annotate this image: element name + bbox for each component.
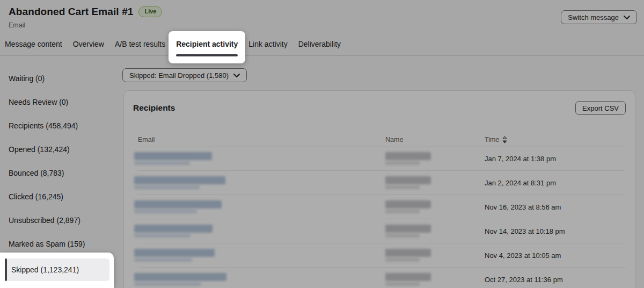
name-cell-redacted	[385, 200, 485, 213]
tab-recipient-activity[interactable]: Recipient activity	[169, 31, 245, 63]
tab-bar: Message contentOverviewA/B test resultsR…	[5, 40, 341, 49]
column-label: Time	[485, 136, 499, 143]
tab-deliverability[interactable]: Deliverability	[298, 40, 341, 49]
sidebar-item-recipients[interactable]: Recipients (458,494)	[0, 114, 114, 138]
email-cell-redacted	[134, 273, 385, 286]
tab-label: Link activity	[248, 40, 287, 48]
tab-link-activity[interactable]: Link activity	[248, 40, 287, 49]
email-cell-redacted	[134, 200, 385, 213]
redacted-name-blob	[385, 176, 431, 184]
table-row[interactable]: Nov 14, 2023 at 10:18 pm	[138, 219, 625, 243]
sidebar-item-label: Marked as Spam (159)	[9, 240, 85, 248]
email-cell-redacted	[134, 176, 385, 189]
time-cell: Nov 14, 2023 at 10:18 pm	[485, 227, 625, 235]
column-header-name[interactable]: Name	[385, 136, 485, 143]
sidebar-item-label: Recipients (458,494)	[9, 121, 78, 130]
redacted-name-blob-line2	[385, 210, 420, 213]
redacted-email-blob	[134, 249, 215, 257]
sidebar-item-opened[interactable]: Opened (132,424)	[0, 138, 114, 161]
email-cell-redacted	[134, 225, 385, 237]
tab-label: Overview	[73, 40, 104, 48]
page-header: Abandoned Cart Email #1 Live	[9, 6, 162, 18]
sidebar-item-clicked[interactable]: Clicked (16,245)	[0, 185, 114, 208]
column-label: Name	[385, 136, 403, 143]
sidebar-item-bounced[interactable]: Bounced (8,783)	[0, 161, 114, 185]
email-cell-redacted	[134, 249, 385, 262]
column-header-email[interactable]: Email	[138, 136, 385, 143]
tab-message-content[interactable]: Message content	[5, 40, 62, 49]
sidebar-item-label: Unsubscribed (2,897)	[9, 216, 80, 225]
channel-subtitle: Email	[9, 21, 25, 29]
tab-label: Deliverability	[298, 40, 341, 48]
name-cell-redacted	[385, 152, 485, 165]
sidebar-item-label: Bounced (8,783)	[9, 169, 64, 177]
table-row[interactable]: Nov 16, 2023 at 8:56 am	[138, 195, 625, 219]
sidebar-item-label: Waiting (0)	[9, 74, 45, 83]
redacted-email-blob-line2	[134, 282, 201, 286]
name-cell-redacted	[385, 249, 485, 262]
switch-message-label: Switch message	[568, 13, 619, 21]
tab-a-b-test-results[interactable]: A/B test results	[115, 40, 165, 49]
tab-label: A/B test results	[115, 40, 165, 48]
status-badge: Live	[138, 6, 162, 17]
switch-message-button[interactable]: Switch message	[561, 10, 637, 24]
redacted-email-blob	[134, 152, 212, 160]
redacted-name-blob-line2	[385, 185, 420, 189]
sidebar-item-waiting[interactable]: Waiting (0)	[0, 67, 114, 90]
tab-overview[interactable]: Overview	[73, 40, 104, 49]
name-cell-redacted	[385, 273, 485, 286]
redacted-name-blob	[385, 273, 431, 281]
table-row[interactable]: Nov 4, 2023 at 10:05 am	[138, 243, 625, 268]
tab-bar-divider	[0, 55, 644, 56]
redacted-email-blob	[134, 225, 213, 233]
redacted-email-blob-line2	[134, 210, 197, 213]
table-header-row: EmailNameTime	[138, 133, 625, 147]
time-cell: Jan 2, 2024 at 8:31 pm	[485, 179, 625, 187]
name-cell-redacted	[385, 225, 485, 237]
sidebar-selected-item: Skipped (1,123,241)	[7, 258, 109, 281]
column-label: Email	[138, 136, 155, 143]
redacted-email-blob	[134, 176, 225, 184]
sidebar-item-label: Opened (132,424)	[9, 145, 70, 154]
redacted-email-blob-line2	[134, 161, 190, 165]
sort-icon[interactable]	[502, 136, 507, 143]
time-cell: Nov 16, 2023 at 8:56 am	[485, 203, 625, 211]
email-cell-redacted	[134, 152, 385, 165]
redacted-name-blob-line2	[385, 234, 420, 237]
time-cell: Nov 4, 2023 at 10:05 am	[485, 251, 625, 260]
page-title: Abandoned Cart Email #1	[9, 6, 133, 18]
sidebar-item-unsubscribed[interactable]: Unsubscribed (2,897)	[0, 208, 114, 232]
redacted-email-blob-line2	[134, 234, 191, 237]
name-cell-redacted	[385, 176, 485, 189]
redacted-name-blob-line2	[385, 282, 420, 286]
redacted-name-blob-line2	[385, 161, 420, 165]
column-header-time[interactable]: Time	[485, 136, 625, 143]
sidebar-item-needs-review[interactable]: Needs Review (0)	[0, 90, 114, 114]
active-tab-underline	[176, 54, 238, 56]
redacted-email-blob-line2	[134, 185, 200, 189]
skipped-reason-filter-dropdown[interactable]: Skipped: Email Dropped (1,580)	[122, 68, 247, 82]
redacted-email-blob-line2	[134, 258, 192, 262]
skipped-reason-filter-value: Skipped: Email Dropped (1,580)	[129, 71, 229, 80]
export-csv-button[interactable]: Export CSV	[575, 101, 626, 115]
table-row[interactable]: Jan 7, 2024 at 1:38 pm	[138, 147, 625, 171]
recipients-panel: Recipients Export CSV EmailNameTime Jan …	[123, 90, 635, 288]
redacted-email-blob	[134, 273, 226, 281]
recipients-panel-title: Recipients	[133, 103, 175, 113]
redacted-name-blob	[385, 200, 431, 208]
sidebar-item-skipped[interactable]: Skipped (1,123,241)	[0, 253, 114, 288]
time-cell: Oct 27, 2023 at 11:36 pm	[485, 276, 625, 284]
redacted-name-blob	[385, 225, 431, 233]
chevron-down-icon	[624, 16, 630, 19]
chevron-down-icon	[233, 74, 240, 77]
export-csv-label: Export CSV	[582, 104, 619, 112]
table-row[interactable]: Oct 27, 2023 at 11:36 pm	[138, 268, 625, 288]
sidebar-item-label: Skipped (1,123,241)	[11, 265, 79, 274]
recipient-activity-sidebar: Waiting (0)Needs Review (0)Recipients (4…	[0, 67, 114, 288]
sidebar-item-label: Needs Review (0)	[9, 98, 68, 106]
time-cell: Jan 7, 2024 at 1:38 pm	[485, 155, 625, 163]
tab-label: Message content	[5, 40, 62, 48]
table-body: Jan 7, 2024 at 1:38 pmJan 2, 2024 at 8:3…	[138, 147, 625, 288]
table-row[interactable]: Jan 2, 2024 at 8:31 pm	[138, 171, 625, 195]
redacted-name-blob-line2	[385, 258, 420, 262]
